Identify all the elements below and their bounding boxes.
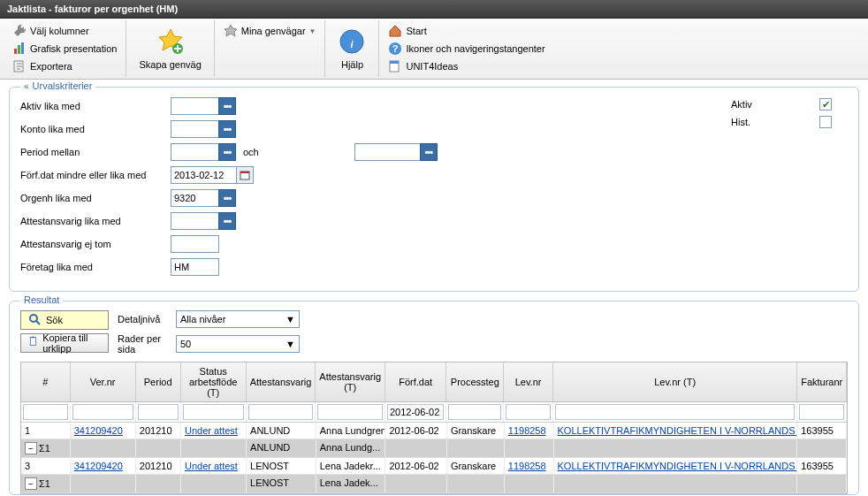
attest-input[interactable]: [171, 212, 219, 230]
filter-fakt[interactable]: [799, 404, 844, 420]
table-row[interactable]: 3341209420201210Under attestLENOSTLena J…: [21, 458, 847, 475]
cell: 341209420: [71, 458, 136, 474]
period-from-input[interactable]: [171, 143, 219, 161]
info-icon: i: [338, 27, 366, 56]
collapse-icon[interactable]: −: [25, 477, 37, 490]
cell: [385, 439, 447, 457]
lev-link[interactable]: 1198258: [508, 425, 546, 436]
cell: 1: [21, 423, 71, 439]
och-label: och: [243, 147, 259, 157]
col-period[interactable]: Period: [136, 362, 181, 401]
cell: Anna Lundgren: [316, 423, 386, 439]
cell: 3: [21, 458, 71, 474]
star-add-icon: [156, 27, 185, 56]
graphic-presentation-button[interactable]: Grafisk presentation: [9, 40, 120, 57]
ver-link[interactable]: 341209420: [74, 425, 123, 436]
filter-attest[interactable]: [248, 404, 314, 420]
col-attest[interactable]: Attestansvarig: [247, 362, 316, 401]
result-legend: Resultat: [20, 294, 63, 305]
orgenh-lookup-button[interactable]: •••: [218, 189, 236, 207]
hist-check-label: Hist.: [731, 117, 819, 127]
cell: [136, 475, 181, 492]
cell: Anna Lundg...: [316, 439, 386, 457]
col-forf[interactable]: Förf.dat: [385, 362, 446, 401]
filter-num[interactable]: [23, 404, 68, 420]
konto-lookup-button[interactable]: •••: [218, 120, 236, 138]
attest-ej-label: Attestansvarig ej tom: [20, 239, 171, 249]
grid-header: # Ver.nr Period Status arbetsflöde (T) A…: [21, 362, 847, 402]
aktiv-input[interactable]: [171, 97, 219, 115]
filter-attest-t[interactable]: [317, 404, 383, 420]
cell: ANLUND: [247, 439, 316, 457]
orgenh-input[interactable]: [171, 189, 219, 207]
collapse-icon: «: [24, 81, 29, 91]
choose-columns-button[interactable]: Välj kolumner: [9, 22, 93, 40]
table-row[interactable]: −Σ1ANLUNDAnna Lundg...: [21, 439, 847, 458]
create-shortcut-button[interactable]: Skapa genväg: [132, 26, 208, 72]
help-label: Hjälp: [341, 59, 363, 70]
rader-select[interactable]: 50 ▼: [176, 335, 300, 353]
my-shortcuts-button[interactable]: Mina genvägar ▼: [220, 22, 320, 40]
konto-input[interactable]: [171, 120, 219, 138]
filter-lev[interactable]: [506, 404, 551, 420]
lev-t-link[interactable]: KOLLEKTIVTRAFIKMYNDIGHETEN I V-NORRLANDS…: [558, 461, 798, 471]
cell: 201210: [136, 458, 181, 474]
konto-label: Konto lika med: [20, 124, 171, 134]
result-fieldset: Resultat Sök Kopiera till urklipp Detalj…: [9, 301, 859, 495]
attest-lookup-button[interactable]: •••: [218, 212, 236, 230]
col-num[interactable]: #: [21, 362, 71, 401]
lev-link[interactable]: 1198258: [508, 461, 546, 471]
help-button[interactable]: i Hjälp: [331, 26, 373, 72]
period-to-input[interactable]: [354, 143, 421, 161]
status-link[interactable]: Under attest: [185, 461, 238, 471]
aktiv-checkbox[interactable]: ✔: [819, 98, 832, 111]
criteria-legend[interactable]: « Urvalskriterier: [20, 80, 95, 91]
create-shortcut-label: Skapa genväg: [139, 59, 201, 70]
hist-checkbox[interactable]: [819, 116, 832, 128]
cell: [554, 439, 798, 457]
filter-forf[interactable]: [387, 404, 444, 420]
col-fakt[interactable]: Fakturanr: [797, 362, 847, 401]
col-ver[interactable]: Ver.nr: [71, 362, 136, 401]
filter-period[interactable]: [138, 404, 179, 420]
filter-proc[interactable]: [448, 404, 501, 420]
foretag-input[interactable]: [171, 258, 219, 276]
filter-lev-t[interactable]: [555, 404, 796, 420]
cell: Under attest: [181, 423, 247, 439]
filter-status[interactable]: [183, 404, 244, 420]
col-lev-t[interactable]: Lev.nr (T): [553, 362, 798, 401]
forfdat-calendar-button[interactable]: [236, 166, 254, 184]
status-link[interactable]: Under attest: [185, 425, 238, 436]
export-button[interactable]: Exportera: [9, 57, 76, 75]
cell: 1198258: [505, 458, 554, 474]
unit4ideas-label: UNIT4Ideas: [406, 61, 458, 72]
filter-ver[interactable]: [72, 404, 133, 420]
start-button[interactable]: Start: [385, 22, 430, 40]
search-button[interactable]: Sök: [20, 310, 109, 330]
aktiv-lookup-button[interactable]: •••: [218, 97, 236, 115]
copy-clipboard-button[interactable]: Kopiera till urklipp: [20, 333, 109, 353]
period-label: Period mellan: [20, 147, 171, 157]
detaljniva-select[interactable]: Alla nivåer ▼: [176, 310, 300, 328]
period-to-lookup-button[interactable]: •••: [420, 143, 438, 161]
col-lev[interactable]: Lev.nr: [504, 362, 553, 401]
forfdat-input[interactable]: [171, 166, 237, 184]
cell: 2012-06-02: [385, 458, 447, 474]
collapse-icon[interactable]: −: [25, 442, 37, 454]
icons-nav-button[interactable]: ? Ikoner och navigeringstangenter: [385, 40, 548, 57]
start-label: Start: [406, 26, 426, 36]
table-row[interactable]: 1341209420201210Under attestANLUNDAnna L…: [21, 423, 847, 439]
cell: 1198258: [505, 423, 554, 439]
period-from-lookup-button[interactable]: •••: [218, 143, 236, 161]
attest-ej-input[interactable]: [171, 235, 219, 253]
ver-link[interactable]: 341209420: [74, 461, 123, 471]
table-row[interactable]: −Σ1LENOSTLena Jadek...: [21, 475, 847, 493]
chevron-down-icon: ▼: [309, 27, 316, 35]
col-proc[interactable]: Processteg: [446, 362, 504, 401]
col-status[interactable]: Status arbetsflöde (T): [181, 362, 247, 401]
lev-t-link[interactable]: KOLLEKTIVTRAFIKMYNDIGHETEN I V-NORRLANDS…: [558, 425, 798, 436]
col-attest-t[interactable]: Attestansvarig (T): [316, 362, 385, 401]
choose-columns-label: Välj kolumner: [30, 26, 89, 36]
unit4ideas-button[interactable]: UNIT4Ideas: [385, 57, 461, 75]
chevron-down-icon: ▼: [286, 339, 295, 349]
